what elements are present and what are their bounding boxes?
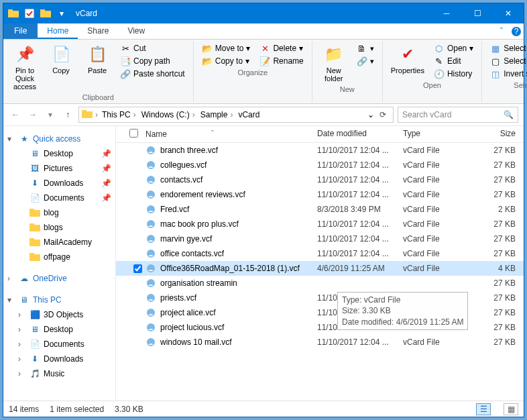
file-row[interactable]: branch three.vcf 11/10/2017 12:04 ... vC…: [116, 143, 524, 158]
tab-share[interactable]: Share: [78, 23, 118, 39]
file-name: windows 10 mail.vcf: [160, 337, 232, 347]
sidebar-item[interactable]: blog: [3, 205, 115, 220]
status-count: 14 items: [9, 405, 39, 414]
view-details-button[interactable]: ☰: [476, 403, 491, 415]
sidebar-item[interactable]: ›🖥Desktop: [3, 322, 115, 337]
select-all-button[interactable]: ▦Select all: [487, 42, 527, 54]
properties-button[interactable]: ✔Properties: [388, 42, 427, 76]
back-button[interactable]: ←: [9, 108, 22, 121]
maximize-button[interactable]: ☐: [462, 3, 493, 23]
history-button[interactable]: 🕘History: [431, 68, 476, 80]
file-tab[interactable]: File: [3, 23, 38, 39]
sidebar-item[interactable]: 🖥Desktop📌: [3, 146, 115, 161]
qat-properties-icon[interactable]: [23, 7, 36, 19]
titlebar[interactable]: ▾ vCard ─ ☐ ✕: [3, 3, 524, 23]
up-button[interactable]: ↑: [61, 108, 74, 121]
crumb-vcard[interactable]: vCard: [237, 110, 261, 119]
open-button[interactable]: ⬡Open▾: [431, 42, 476, 54]
sidebar-item[interactable]: ⬇Downloads📌: [3, 176, 115, 191]
help-icon[interactable]: ?: [509, 23, 524, 39]
svg-point-20: [150, 162, 152, 165]
file-list[interactable]: branch three.vcf 11/10/2017 12:04 ... vC…: [116, 143, 524, 401]
close-button[interactable]: ✕: [493, 3, 524, 23]
file-row[interactable]: collegues.vcf 11/10/2017 12:04 ... vCard…: [116, 158, 524, 172]
sidebar-item[interactable]: 🖼Pictures📌: [3, 161, 115, 176]
file-row[interactable]: organisation streamin 27 KB: [116, 276, 524, 291]
sidebar-item[interactable]: MailAcademy: [3, 235, 115, 250]
col-size[interactable]: Size: [477, 129, 524, 140]
tab-view[interactable]: View: [118, 23, 154, 39]
invert-selection-button[interactable]: ◫Invert selection: [487, 68, 527, 80]
paste-button[interactable]: 📋Paste: [81, 42, 113, 76]
crumb-sample[interactable]: Sample›: [199, 110, 236, 119]
refresh-button[interactable]: ⟳: [375, 110, 390, 119]
file-row[interactable]: marvin gye.vcf 11/10/2017 12:04 ... vCar…: [116, 231, 524, 246]
sidebar-this-pc[interactable]: ▾🖥This PC: [3, 293, 115, 307]
cut-button[interactable]: ✂Cut: [117, 42, 188, 54]
forward-button[interactable]: →: [26, 108, 40, 121]
file-row[interactable]: Fred.vcf 8/3/2018 3:49 PM vCard File 2 K…: [116, 202, 524, 217]
vcf-icon: [145, 248, 156, 259]
crumb-drive[interactable]: Windows (C:)›: [140, 110, 198, 119]
row-checkbox[interactable]: [133, 264, 142, 273]
delete-button[interactable]: ✕Delete▾: [257, 42, 306, 54]
sidebar-item[interactable]: 📄Documents📌: [3, 191, 115, 205]
recent-button[interactable]: ▾: [44, 108, 57, 121]
nav-pane[interactable]: ▾★Quick access 🖥Desktop📌🖼Pictures📌⬇Downl…: [3, 126, 116, 401]
select-all-checkbox[interactable]: [129, 129, 138, 138]
copy-to-button[interactable]: 📂Copy to▾: [199, 55, 253, 67]
minimize-button[interactable]: ─: [431, 3, 462, 23]
sidebar-quick-access[interactable]: ▾★Quick access: [3, 132, 115, 146]
sidebar-item[interactable]: ›🟦3D Objects: [3, 307, 115, 322]
file-row[interactable]: endorement reviews.vcf 11/10/2017 12:04 …: [116, 187, 524, 202]
folder-icon: [29, 222, 41, 233]
sidebar-item[interactable]: ›🎵Music: [3, 366, 115, 381]
easy-access-button[interactable]: 🔗▾: [354, 55, 377, 67]
pin-quick-access-button[interactable]: 📌Pin to Quick access: [9, 42, 41, 92]
paste-shortcut-button[interactable]: 🔗Paste shortcut: [117, 68, 188, 80]
sidebar-item[interactable]: blogs: [3, 220, 115, 235]
qat-folder-icon[interactable]: [7, 7, 19, 19]
sidebar-item[interactable]: ›📄Documents: [3, 337, 115, 352]
column-headers[interactable]: Nameˆ Date modified Type Size: [116, 126, 524, 143]
qat-new-folder-icon[interactable]: [40, 7, 52, 19]
move-to-button[interactable]: 📂Move to▾: [199, 42, 253, 54]
sidebar-item[interactable]: ›⬇Downloads: [3, 352, 115, 366]
vcf-icon: [145, 145, 156, 156]
file-row[interactable]: mac book pro plus.vcf 11/10/2017 12:04 .…: [116, 217, 524, 231]
svg-point-34: [150, 266, 152, 268]
sidebar-item[interactable]: offpage: [3, 250, 115, 264]
new-folder-button[interactable]: 📁New folder: [318, 42, 350, 84]
file-row[interactable]: office contacts.vcf 11/10/2017 12:04 ...…: [116, 246, 524, 261]
crumb-this-pc[interactable]: This PC›: [101, 110, 139, 119]
col-date[interactable]: Date modified: [317, 129, 403, 140]
copy-button[interactable]: 📄Copy: [45, 42, 77, 76]
path-chevron-down-icon[interactable]: ⌄: [367, 110, 374, 119]
edit-button[interactable]: ✎Edit: [431, 55, 476, 67]
file-date: 8/3/2018 3:49 PM: [317, 205, 403, 214]
new-item-button[interactable]: 🗎▾: [354, 42, 377, 54]
col-type[interactable]: Type: [403, 129, 477, 140]
copy-path-button[interactable]: 📑Copy path: [117, 55, 188, 67]
rename-button[interactable]: 📝Rename: [257, 55, 306, 67]
file-row[interactable]: contacts.vcf 11/10/2017 12:04 ... vCard …: [116, 172, 524, 187]
breadcrumb-path[interactable]: › This PC› Windows (C:)› Sample› vCard ⌄…: [78, 107, 394, 123]
file-row[interactable]: windows 10 mail.vcf 11/10/2017 12:04 ...…: [116, 335, 524, 350]
vcf-icon: [145, 160, 156, 170]
col-name[interactable]: Nameˆ: [145, 129, 317, 140]
qat-chevron-down-icon[interactable]: ▾: [56, 7, 68, 19]
file-size: 27 KB: [477, 219, 524, 229]
sidebar-onedrive[interactable]: ›☁OneDrive: [3, 271, 115, 286]
search-box[interactable]: Search vCard 🔍: [398, 107, 518, 123]
tab-home[interactable]: Home: [38, 23, 78, 39]
file-date: 11/10/2017 12:04 ...: [317, 160, 403, 170]
sys-icon: 🟦: [29, 309, 41, 320]
path-folder-icon: [82, 109, 93, 121]
file-name: project lucious.vcf: [160, 323, 224, 332]
file-date: 11/10/2017 12:04 ...: [317, 146, 403, 155]
vcf-icon: [145, 322, 156, 333]
collapse-ribbon-icon[interactable]: ˆ: [494, 23, 509, 39]
select-none-button[interactable]: ▢Select none: [487, 55, 527, 67]
view-icons-button[interactable]: ▦: [504, 403, 518, 415]
file-row[interactable]: Office365RoadMap_01-15-2018 (1).vcf 4/6/…: [116, 261, 524, 276]
